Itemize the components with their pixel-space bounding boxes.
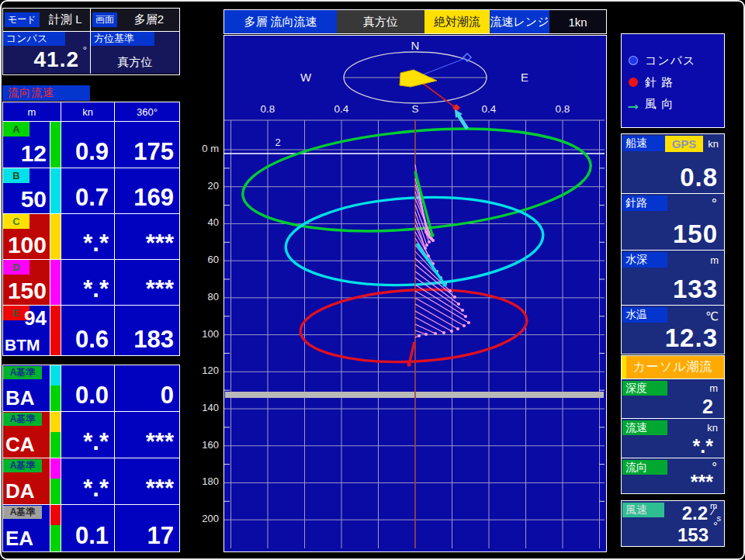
ref-ba-speed: 0.0 bbox=[61, 365, 114, 411]
cursor-direction-label: 流向 bbox=[622, 460, 667, 475]
layer-b-speed: 0.7 bbox=[61, 168, 114, 213]
compass-row: コンパス 41.2 ° 方位基準 真方位 bbox=[3, 32, 179, 74]
legend-course-item: 針 路 bbox=[622, 73, 724, 92]
ref-ca-direction: *** bbox=[115, 412, 179, 458]
cursor-speed-unit: kn bbox=[707, 422, 718, 434]
layer-c-direction: *** bbox=[115, 214, 179, 259]
scale-label: 0.8 bbox=[261, 103, 275, 115]
current-vector-tip bbox=[425, 244, 428, 247]
layer-e-depth: 94 bbox=[24, 306, 47, 330]
water-depth-section: 水深 m 133 bbox=[622, 251, 724, 306]
bearing-ref-button[interactable]: 真方位 bbox=[337, 10, 424, 33]
layer-a-badge: A bbox=[3, 122, 29, 137]
screen-value[interactable]: 多層2 bbox=[119, 12, 179, 27]
depth-axis-label: 160 bbox=[186, 439, 219, 451]
depth-axis-label: 80 bbox=[186, 291, 219, 302]
layer-d-direction: *** bbox=[115, 260, 179, 305]
course-dot-icon bbox=[622, 78, 645, 87]
cursor-current-panel: カーソル潮流 深度 m 2 流速 kn *.* 流向 ° *** bbox=[621, 355, 725, 494]
depth-axis-label: 200 bbox=[186, 513, 219, 524]
water-depth-label: 水深 bbox=[622, 252, 667, 268]
layer-d-badge: D bbox=[3, 260, 29, 275]
layer-d-depth: 150 bbox=[8, 278, 47, 304]
current-vector bbox=[415, 324, 435, 334]
current-vector bbox=[415, 311, 452, 331]
current-vector-tip bbox=[431, 239, 435, 242]
col-header-speed: kn bbox=[61, 102, 114, 121]
layer-d-depth-cell: D 150 bbox=[3, 260, 50, 305]
depth-axis-label: 60 bbox=[186, 254, 219, 265]
speed-range-value[interactable]: 1kn bbox=[549, 10, 606, 33]
reference-current-table: A基準 BA 0.0 0 A基準 CA *.* *** A基準 DA *.* *… bbox=[2, 365, 180, 552]
cursor-speed-section: 流速 kn *.* bbox=[622, 419, 724, 458]
layer-b-badge: B bbox=[3, 168, 29, 183]
screen-label: 画面 bbox=[92, 12, 117, 27]
cursor-depth-section: 深度 m 2 bbox=[622, 379, 724, 419]
current-vector-tip bbox=[456, 327, 459, 330]
bearing-ref-label: 方位基準 bbox=[91, 32, 154, 46]
gps-source-badge[interactable]: GPS bbox=[665, 136, 703, 152]
ship-speed-section: 船速 GPS kn 0.8 bbox=[622, 134, 724, 194]
layer-b-depth-cell: B 50 bbox=[3, 168, 50, 213]
layer-vector-tip bbox=[442, 282, 446, 286]
current-profile-chart[interactable]: NWE0.80.4S0.40.82 bbox=[224, 35, 607, 552]
depth-axis-label: 40 bbox=[186, 216, 219, 228]
wind-vector-shaft bbox=[459, 116, 467, 129]
ref-ca-speed: *.* bbox=[61, 412, 114, 458]
compass-cell: コンパス 41.2 ° bbox=[3, 32, 90, 74]
layer-e-stripe bbox=[50, 306, 61, 355]
speed-range-label[interactable]: 流速レンジ bbox=[490, 10, 549, 33]
bottom-echo-band bbox=[225, 392, 604, 398]
cursor-direction-section: 流向 ° *** bbox=[622, 458, 724, 493]
ship-speed-unit: kn bbox=[708, 138, 719, 150]
layer-c-stripe bbox=[50, 214, 61, 259]
layer-d-speed: *.* bbox=[61, 260, 114, 305]
chart-mode-bar: 多層 流向流速 真方位 絶対潮流 流速レンジ 1kn bbox=[224, 9, 607, 34]
cursor-header-strip bbox=[622, 356, 626, 379]
layer-c-badge: C bbox=[3, 214, 29, 229]
bearing-ref-value[interactable]: 真方位 bbox=[91, 55, 179, 70]
ship-course-section: 針路 ° 150 bbox=[622, 194, 724, 251]
layer-c-speed: *.* bbox=[61, 214, 114, 259]
profile-chart-svg: NWE0.80.4S0.40.82 bbox=[224, 36, 605, 550]
current-vector-tip bbox=[428, 240, 431, 244]
layer-a-depth: 12 bbox=[21, 140, 47, 167]
ref-ca-cell: A基準 CA bbox=[3, 412, 50, 458]
legend-course-label: 針 路 bbox=[645, 75, 674, 90]
layer-e-depth-cell: E 94 BTM bbox=[3, 306, 50, 355]
layer-d-stripe bbox=[50, 260, 61, 305]
ship-data-panel: 船速 GPS kn 0.8 針路 ° 150 水深 m 133 水温 ℃ 12.… bbox=[621, 133, 725, 354]
ref-da-speed: *.* bbox=[61, 458, 114, 504]
current-vector-tip bbox=[457, 302, 460, 306]
depth-axis-label: 140 bbox=[186, 402, 219, 413]
mode-multilayer-button[interactable]: 多層 流向流速 bbox=[224, 10, 337, 33]
ship-marker bbox=[400, 70, 437, 87]
wind-speed-value: 2.2 bbox=[682, 503, 708, 524]
ship-course-unit: ° bbox=[712, 196, 717, 213]
rose-label-w: W bbox=[300, 71, 312, 84]
current-vector-tip bbox=[442, 331, 445, 334]
ref-ba-direction: 0 bbox=[115, 365, 179, 411]
depth-axis: 0 m20406080100120140160180200 bbox=[186, 0, 220, 560]
legend-compass-label: コンパス bbox=[645, 54, 695, 68]
scale-label: 0.4 bbox=[482, 103, 497, 115]
ship-course-label: 針路 bbox=[622, 195, 667, 211]
ship-speed-value: 0.8 bbox=[680, 163, 718, 192]
ref-ba-name: BA bbox=[5, 386, 35, 410]
wind-direction-unit: ° bbox=[713, 519, 718, 532]
scale-label: 0.4 bbox=[334, 103, 349, 115]
ref-da-stripe bbox=[50, 458, 61, 504]
layer-ring-B bbox=[283, 191, 545, 291]
wind-arrow-icon: → bbox=[622, 99, 645, 109]
ref-ca-name: CA bbox=[5, 433, 35, 457]
mode-value[interactable]: 計測 L bbox=[41, 12, 90, 27]
current-table-title: 流向流速 bbox=[2, 85, 90, 101]
wind-label: 風速 bbox=[622, 503, 664, 517]
col-header-direction: 360° bbox=[115, 102, 179, 121]
water-temp-section: 水温 ℃ 12.3 bbox=[622, 306, 724, 354]
current-vector-tip bbox=[424, 333, 428, 336]
cursor-depth-value: 2 bbox=[702, 396, 713, 418]
col-header-depth: m bbox=[3, 102, 61, 121]
current-vector-tip bbox=[434, 332, 437, 335]
absolute-current-button[interactable]: 絶対潮流 bbox=[424, 10, 490, 33]
